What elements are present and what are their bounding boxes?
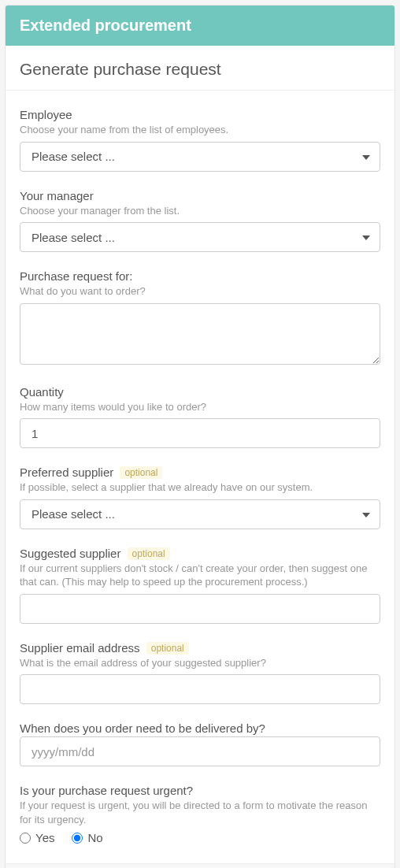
field-quantity: Quantity How many items would you like t…	[20, 385, 380, 449]
suggested-supplier-input[interactable]	[20, 594, 380, 624]
request-for-label: Purchase request for:	[20, 269, 380, 283]
chevron-down-icon	[362, 513, 370, 517]
field-urgent: Is your purchase request urgent? If your…	[20, 784, 380, 844]
urgent-label: Is your purchase request urgent?	[20, 784, 380, 797]
field-request-for: Purchase request for: What do you want t…	[20, 269, 380, 368]
employee-label: Employee	[20, 108, 380, 121]
employee-select-value: Please select ...	[31, 150, 115, 163]
preferred-supplier-hint: If possible, select a supplier that we a…	[20, 480, 380, 495]
urgent-yes-radio[interactable]	[20, 833, 31, 844]
optional-badge: optional	[146, 642, 189, 655]
suggested-supplier-label: Suggested supplier optional	[20, 547, 380, 560]
suggested-supplier-hint: If our current suppliers don't stock / c…	[20, 562, 380, 589]
suggested-supplier-label-text: Suggested supplier	[20, 547, 120, 560]
request-for-textarea[interactable]	[20, 303, 380, 365]
panel-body: Generate purchase request Employee Choos…	[6, 46, 394, 863]
delivery-date-input[interactable]	[20, 736, 380, 766]
manager-select-value: Please select ...	[31, 231, 115, 244]
preferred-supplier-select[interactable]: Please select ...	[20, 499, 380, 529]
quantity-hint: How many items would you like to order?	[20, 400, 380, 414]
supplier-email-label-text: Supplier email address	[20, 641, 140, 655]
panel: Extended procurement Generate purchase r…	[5, 5, 395, 868]
quantity-label: Quantity	[20, 385, 380, 399]
manager-label: Your manager	[20, 189, 380, 202]
chevron-down-icon	[362, 236, 370, 240]
supplier-email-input[interactable]	[20, 674, 380, 704]
supplier-email-hint: What is the email address of your sugges…	[20, 656, 380, 670]
footer: Cancel Save	[6, 863, 394, 868]
request-for-hint: What do you want to order?	[20, 284, 380, 299]
chevron-down-icon	[362, 155, 370, 160]
page-title: Generate purchase request	[20, 60, 380, 79]
field-delivery-date: When does you order need to be delivered…	[20, 721, 380, 766]
urgent-no-option[interactable]: No	[72, 831, 102, 844]
optional-badge: optional	[120, 466, 162, 479]
urgent-hint: If your request is urgent, you will be d…	[20, 799, 380, 826]
urgent-no-radio[interactable]	[72, 833, 83, 844]
optional-badge: optional	[128, 547, 170, 560]
preferred-supplier-label-text: Preferred supplier	[20, 466, 113, 479]
panel-title: Extended procurement	[20, 17, 191, 34]
divider	[6, 90, 394, 91]
employee-hint: Choose your name from the list of employ…	[20, 123, 380, 137]
field-supplier-email: Supplier email address optional What is …	[20, 641, 380, 705]
preferred-supplier-label: Preferred supplier optional	[20, 466, 380, 479]
urgent-radio-group: Yes No	[20, 831, 380, 844]
panel-header: Extended procurement	[6, 6, 394, 46]
employee-select[interactable]: Please select ...	[20, 142, 380, 172]
manager-select[interactable]: Please select ...	[20, 222, 380, 252]
field-preferred-supplier: Preferred supplier optional If possible,…	[20, 466, 380, 529]
delivery-date-label: When does you order need to be delivered…	[20, 721, 380, 735]
urgent-no-label: No	[87, 831, 102, 844]
manager-hint: Choose your manager from the list.	[20, 204, 380, 218]
urgent-yes-option[interactable]: Yes	[20, 831, 54, 844]
field-employee: Employee Choose your name from the list …	[20, 108, 380, 172]
urgent-yes-label: Yes	[35, 831, 54, 844]
field-suggested-supplier: Suggested supplier optional If our curre…	[20, 547, 380, 624]
quantity-input[interactable]	[20, 418, 380, 448]
field-manager: Your manager Choose your manager from th…	[20, 189, 380, 253]
preferred-supplier-select-value: Please select ...	[31, 507, 115, 521]
supplier-email-label: Supplier email address optional	[20, 641, 380, 655]
